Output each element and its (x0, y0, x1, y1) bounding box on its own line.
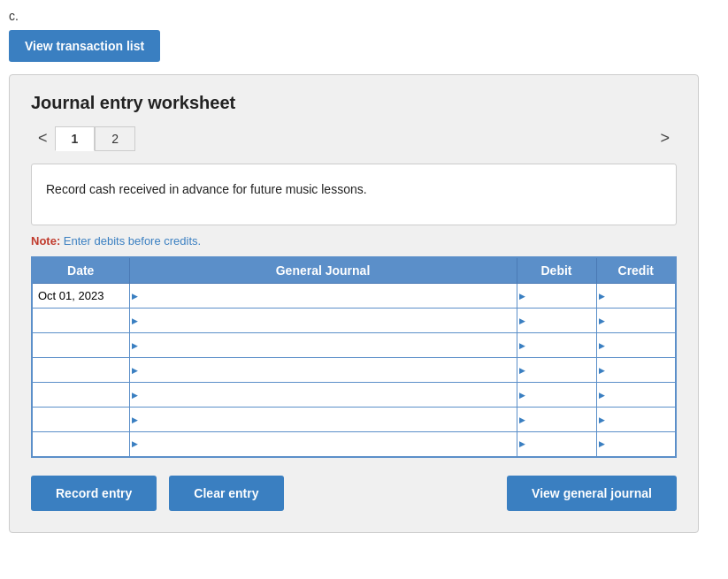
input-debit-0[interactable] (517, 284, 596, 308)
worksheet-container: Journal entry worksheet < 1 2 > Record c… (9, 74, 699, 533)
cell-credit-0[interactable] (596, 284, 676, 309)
worksheet-title: Journal entry worksheet (31, 93, 677, 113)
cell-credit-3[interactable] (596, 358, 676, 383)
input-date-0[interactable] (33, 284, 129, 308)
cell-debit-0[interactable] (517, 284, 596, 309)
input-credit-6[interactable] (597, 432, 676, 456)
tab-next-arrow[interactable]: > (653, 126, 677, 151)
input-credit-3[interactable] (597, 358, 676, 382)
cell-debit-4[interactable] (517, 383, 596, 408)
table-row (32, 432, 676, 457)
cell-date-0[interactable] (32, 284, 129, 309)
tab-prev-arrow[interactable]: < (31, 126, 55, 151)
input-journal-0[interactable] (130, 284, 517, 308)
table-row (32, 309, 676, 333)
cell-journal-1[interactable] (129, 309, 517, 333)
cell-debit-6[interactable] (517, 432, 596, 457)
journal-table: Date General Journal Debit Credit (31, 256, 677, 458)
table-row (32, 284, 676, 309)
input-debit-6[interactable] (517, 432, 596, 456)
cell-journal-4[interactable] (129, 383, 517, 408)
input-debit-4[interactable] (517, 383, 596, 407)
input-debit-2[interactable] (517, 333, 596, 357)
note-body: Enter debits before credits. (60, 234, 201, 248)
cell-journal-5[interactable] (129, 408, 517, 432)
cell-journal-6[interactable] (129, 432, 517, 457)
tab-2[interactable]: 2 (95, 126, 135, 151)
input-credit-1[interactable] (597, 309, 676, 332)
cell-date-6[interactable] (32, 432, 129, 457)
table-row (32, 408, 676, 432)
input-journal-6[interactable] (130, 432, 517, 456)
input-debit-5[interactable] (517, 408, 596, 431)
clear-entry-button[interactable]: Clear entry (169, 476, 283, 511)
cell-debit-5[interactable] (517, 408, 596, 432)
cell-credit-2[interactable] (596, 333, 676, 358)
cell-date-5[interactable] (32, 408, 129, 432)
tab-1[interactable]: 1 (55, 126, 96, 151)
input-date-1[interactable] (33, 309, 129, 332)
col-header-journal: General Journal (129, 257, 517, 284)
buttons-row: Record entry Clear entry View general jo… (31, 476, 677, 511)
col-header-debit: Debit (517, 257, 596, 284)
input-credit-2[interactable] (597, 333, 676, 357)
cell-date-1[interactable] (32, 309, 129, 333)
note-line: Note: Enter debits before credits. (31, 234, 677, 248)
input-journal-3[interactable] (130, 358, 517, 382)
input-debit-1[interactable] (517, 309, 596, 332)
input-date-3[interactable] (33, 358, 129, 382)
cell-debit-2[interactable] (517, 333, 596, 358)
cell-journal-2[interactable] (129, 333, 517, 358)
input-credit-5[interactable] (597, 408, 676, 431)
table-row (32, 333, 676, 358)
input-debit-3[interactable] (517, 358, 596, 382)
record-entry-button[interactable]: Record entry (31, 476, 157, 511)
instruction-text: Record cash received in advance for futu… (46, 182, 367, 196)
input-journal-1[interactable] (130, 309, 517, 332)
input-date-5[interactable] (33, 408, 129, 431)
cell-journal-0[interactable] (129, 284, 517, 309)
input-credit-0[interactable] (597, 284, 676, 308)
note-label: Note: (31, 234, 60, 248)
col-header-date: Date (32, 257, 129, 284)
cell-credit-5[interactable] (596, 408, 676, 432)
input-date-2[interactable] (33, 333, 129, 357)
cell-date-3[interactable] (32, 358, 129, 383)
input-credit-4[interactable] (597, 383, 676, 407)
col-header-credit: Credit (596, 257, 676, 284)
tabs-row: < 1 2 > (31, 126, 677, 151)
view-transaction-button[interactable]: View transaction list (9, 30, 160, 62)
cell-debit-3[interactable] (517, 358, 596, 383)
label-c: c. (9, 9, 719, 23)
cell-credit-6[interactable] (596, 432, 676, 457)
input-date-6[interactable] (33, 432, 129, 456)
input-journal-4[interactable] (130, 383, 517, 407)
instruction-box: Record cash received in advance for futu… (31, 164, 677, 225)
input-journal-2[interactable] (130, 333, 517, 357)
view-general-journal-button[interactable]: View general journal (507, 476, 677, 511)
table-row (32, 383, 676, 408)
cell-journal-3[interactable] (129, 358, 517, 383)
cell-credit-4[interactable] (596, 383, 676, 408)
input-journal-5[interactable] (130, 408, 517, 431)
input-date-4[interactable] (33, 383, 129, 407)
cell-date-2[interactable] (32, 333, 129, 358)
table-row (32, 358, 676, 383)
cell-date-4[interactable] (32, 383, 129, 408)
cell-debit-1[interactable] (517, 309, 596, 333)
cell-credit-1[interactable] (596, 309, 676, 333)
